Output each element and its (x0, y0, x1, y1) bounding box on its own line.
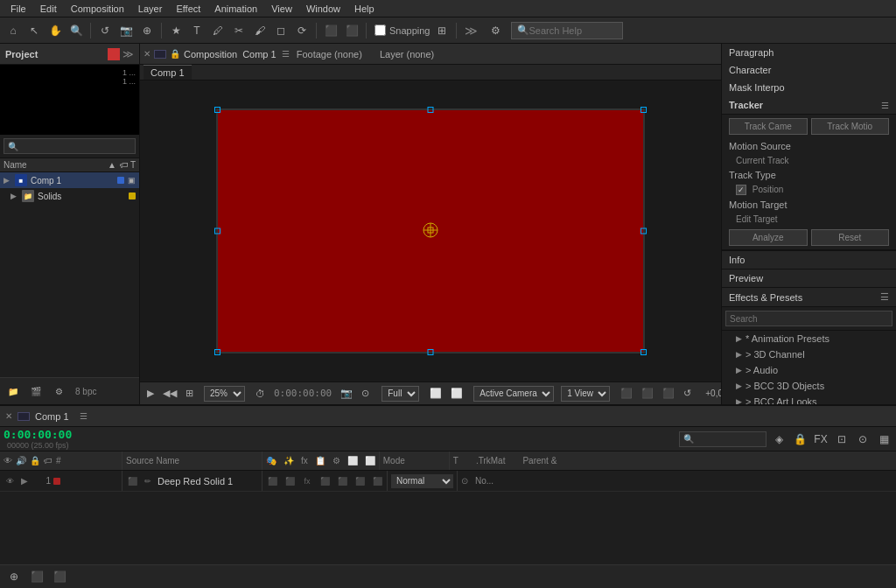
tl-draft-btn[interactable]: ▦ (875, 430, 892, 448)
ls-4[interactable]: ⬛ (318, 475, 331, 487)
handle-mr[interactable] (640, 228, 647, 234)
ls-3[interactable]: fx (301, 475, 313, 487)
tl-footer-btn1[interactable]: ⊕ (5, 568, 23, 585)
tl-footer-btn2[interactable]: ⬛ (28, 568, 46, 585)
track-motion-btn[interactable]: Track Motio (811, 118, 890, 135)
menu-file[interactable]: File (4, 2, 33, 16)
handle-tr[interactable] (640, 107, 647, 113)
zoom-tool[interactable]: 🔍 (66, 21, 86, 40)
viewer-misc2[interactable]: ⬛ (638, 385, 657, 402)
mask-interp-section[interactable]: Mask Interpo (722, 79, 896, 96)
timeline-search-input[interactable] (679, 431, 766, 447)
layer-mode-select-1[interactable]: Normal (391, 474, 453, 488)
viewer-btn-1[interactable]: ▶ (144, 385, 158, 402)
layer-expand-1[interactable]: ▶ (18, 475, 31, 487)
project-collapse-icon[interactable]: ≫ (122, 48, 134, 60)
menu-composition[interactable]: Composition (64, 2, 131, 16)
effects-search-input[interactable] (725, 311, 892, 326)
ls-5[interactable]: ⬛ (336, 475, 348, 487)
layer-switch-icon-1[interactable]: ⬛ (126, 475, 138, 487)
puppet-tool[interactable]: ⟳ (292, 21, 312, 40)
hand-tool[interactable]: ✋ (46, 21, 65, 40)
text-tool[interactable]: T (187, 21, 206, 40)
active-comp-tab[interactable]: Comp 1 (144, 65, 192, 80)
ls-2[interactable]: ⬛ (284, 475, 296, 487)
viewer-btn-2[interactable]: ◀◀ (159, 385, 180, 402)
tl-motion-btn[interactable]: ⊡ (833, 430, 850, 448)
ls-6[interactable]: ⬛ (354, 475, 366, 487)
track-camera-btn[interactable]: Track Came (729, 118, 808, 135)
viewer-misc1[interactable]: ⬛ (617, 385, 636, 402)
effects-item-3[interactable]: ▶ > BCC 3D Objects (722, 378, 896, 394)
tl-lock-btn[interactable]: 🔒 (791, 430, 808, 448)
preview-section[interactable]: Preview (722, 270, 896, 288)
home-btn[interactable]: ⌂ (4, 21, 23, 40)
menu-window[interactable]: Window (299, 2, 347, 16)
timeline-close-btn[interactable]: ✕ (5, 411, 12, 421)
comp-tab-menu[interactable]: ☰ (282, 49, 290, 59)
reset-btn[interactable]: Reset (811, 229, 890, 246)
paragraph-section[interactable]: Paragraph (722, 44, 896, 61)
viewer-region-btn[interactable]: ⬜ (426, 385, 445, 402)
tl-adj-btn[interactable]: ⊙ (854, 430, 872, 448)
settings-btn[interactable]: ⚙ (486, 21, 506, 40)
handle-br[interactable] (640, 349, 647, 355)
camera-tool[interactable]: 📷 (116, 21, 136, 40)
menu-animation[interactable]: Animation (207, 2, 264, 16)
handle-bm[interactable] (428, 349, 434, 355)
snapping-checkbox[interactable] (374, 24, 386, 36)
handle-tl[interactable] (214, 107, 220, 113)
shape-tool[interactable]: ★ (166, 21, 186, 40)
effects-presets-menu[interactable]: ☰ (880, 291, 889, 303)
viewer-toggle-btn[interactable]: ⊙ (358, 385, 373, 402)
comp-tab-close[interactable]: ✕ (144, 49, 150, 59)
menu-edit[interactable]: Edit (33, 2, 64, 16)
character-section[interactable]: Character (722, 61, 896, 79)
brush-tool[interactable]: 🖌 (250, 21, 270, 40)
project-item-solids[interactable]: ▶ 📁 Solids (0, 188, 139, 204)
position-checkbox[interactable] (736, 185, 746, 195)
tl-fx-btn[interactable]: FX (812, 430, 830, 448)
camera-select[interactable]: Active Camera (473, 386, 554, 402)
anchor-tool[interactable]: ⊕ (137, 21, 157, 40)
menu-layer[interactable]: Layer (131, 2, 170, 16)
menu-effect[interactable]: Effect (169, 2, 207, 16)
timecode-display[interactable]: 0:00:00:00 (4, 428, 72, 441)
new-folder-btn[interactable]: 📁 (4, 382, 23, 401)
rotate-tool[interactable]: ↺ (95, 21, 115, 40)
timeline-menu-icon[interactable]: ☰ (80, 411, 88, 421)
toolbar-overflow[interactable]: ≫ (461, 24, 481, 38)
tracker-menu-icon[interactable]: ☰ (881, 101, 889, 110)
viewer-tgl-btn[interactable]: ⬜ (447, 385, 466, 402)
search-input[interactable] (529, 25, 617, 36)
viewer-misc4[interactable]: ↺ (680, 385, 695, 402)
zoom-select[interactable]: 25% (204, 386, 245, 402)
comp-viewer[interactable] (140, 80, 721, 382)
project-item-comp1[interactable]: ▶ ■ Comp 1 ▣ (0, 172, 139, 188)
viewer-time-btn[interactable]: ⏱ (252, 385, 269, 402)
menu-view[interactable]: View (264, 2, 299, 16)
layer-pencil-1[interactable]: ✏ (142, 475, 154, 487)
handle-tm[interactable] (428, 107, 434, 113)
mask-btn[interactable]: ⬛ (321, 21, 340, 40)
viewer-btn-3[interactable]: ⊞ (182, 385, 197, 402)
effects-item-4[interactable]: ▶ > BCC Art Looks (722, 394, 896, 404)
viewer-misc3[interactable]: ⬛ (659, 385, 678, 402)
new-comp-btn[interactable]: 🎬 (26, 382, 46, 401)
handle-bl[interactable] (214, 349, 220, 355)
quality-select[interactable]: Full (382, 386, 419, 402)
grid-btn[interactable]: ⊞ (432, 21, 452, 40)
menu-help[interactable]: Help (347, 2, 382, 16)
select-tool[interactable]: ↖ (24, 21, 44, 40)
ls-1[interactable]: ⬛ (266, 475, 278, 487)
ls-7[interactable]: ⬛ (371, 475, 383, 487)
project-col-sort-icon[interactable]: ▲ (108, 160, 116, 170)
layer-row-1[interactable]: 👁 ▶ 1 ⬛ ✏ Deep Red Solid 1 ⬛ ⬛ fx ⬛ ⬛ ⬛ … (0, 471, 896, 492)
track-btn[interactable]: ⬛ (342, 21, 361, 40)
eraser-tool[interactable]: ◻ (271, 21, 290, 40)
info-section[interactable]: Info (722, 251, 896, 270)
project-search-input[interactable] (4, 138, 136, 154)
pen-tool[interactable]: 🖊 (208, 21, 228, 40)
layer-eye-1[interactable]: 👁 (4, 475, 16, 487)
viewer-cam-snap[interactable]: 📷 (337, 385, 356, 402)
